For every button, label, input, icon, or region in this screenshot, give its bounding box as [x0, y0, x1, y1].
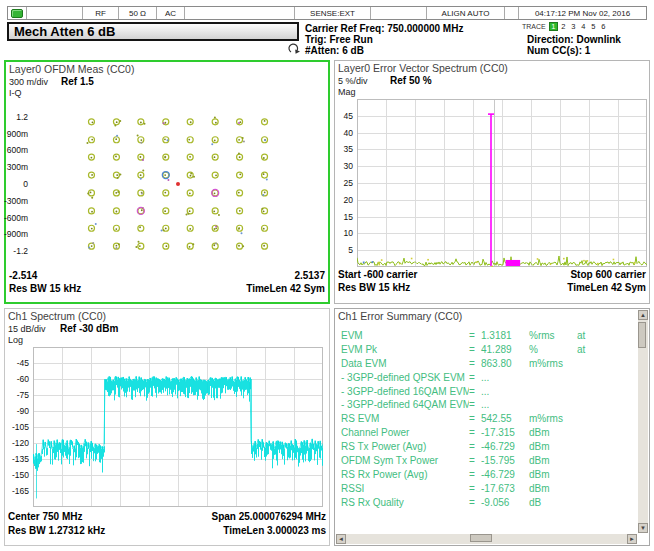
y-tick-label: -90 [17, 406, 29, 416]
equals-sign: = [469, 329, 481, 343]
y-tick-label: 20 [344, 195, 353, 205]
coupling-label: AC [156, 7, 184, 19]
vertical-scrollbar[interactable]: ▲ ▼ [638, 310, 648, 533]
equals-sign: = [469, 371, 481, 385]
panel-error-summary[interactable]: Ch1 Error Summary (CC0) EVM = 1.3181 %rm… [334, 308, 650, 546]
metric-unit: dBm [527, 440, 573, 454]
metric-extra [573, 468, 636, 482]
y-tick-label: -900m [4, 229, 28, 239]
metric-value: -17.315 [481, 426, 527, 440]
center-freq-label: Center 750 MHz [8, 511, 82, 522]
trace-number-button[interactable]: 6 [599, 22, 608, 31]
panel-error-vector-spectrum[interactable]: Layer0 Error Vector Spectrum (CC0) 5 %/d… [334, 60, 650, 304]
trace-selector: TRACE 123456 [522, 22, 609, 31]
y-tick-label: -45 [17, 358, 29, 368]
y-tick-label: -1.2 [13, 246, 28, 256]
panel-ch1-spectrum[interactable]: Ch1 Spectrum (CC0) 15 dB/div Ref -30 dBm… [4, 308, 330, 546]
y-tick-label: -165 [12, 486, 29, 496]
metric-name: OFDM Sym Tx Power [337, 454, 469, 468]
scroll-left-button[interactable]: ◄ [336, 534, 346, 544]
trace-number-button[interactable]: 4 [579, 22, 588, 31]
status-spacer [370, 7, 426, 19]
metric-name: EVM Pk [337, 343, 469, 357]
trace-number-button[interactable]: 5 [589, 22, 598, 31]
equals-sign: = [469, 385, 481, 399]
y-tick-label: 10 [344, 228, 353, 238]
scrollbar-thumb[interactable] [638, 322, 646, 348]
summary-row: RS Tx Power (Avg) = -46.729 dBm [337, 440, 636, 454]
scrollbar-track[interactable] [638, 320, 648, 523]
panel-title: Layer0 OFDM Meas (CC0) [9, 63, 134, 75]
stop-carrier-label: Stop 600 carrier [570, 269, 646, 280]
metric-extra [573, 440, 636, 454]
status-indicator-icon [11, 9, 23, 18]
y-tick-label: -105 [12, 422, 29, 432]
equals-sign: = [469, 398, 481, 412]
evm-spectrum-plot[interactable] [357, 99, 647, 267]
metric-extra: at [573, 329, 636, 343]
y-tick-label: 1.2 [16, 112, 28, 122]
trace-number-button[interactable]: 3 [569, 22, 578, 31]
metric-unit: dBm [527, 482, 573, 496]
scale-per-div-label: 300 m/div [9, 77, 61, 87]
summary-row: EVM = 1.3181 %rms at [337, 329, 636, 343]
summary-row: RS Rx Power (Avg) = -46.729 dBm [337, 468, 636, 482]
scrollbar-thumb[interactable] [470, 534, 492, 542]
summary-row: RS EVM = 542.55 m%rms [337, 412, 636, 426]
metric-unit: dBm [527, 426, 573, 440]
metric-unit: dB [527, 496, 573, 510]
y-tick-label: -150 [12, 470, 29, 480]
metric-unit: m%rms [527, 412, 573, 426]
axis-type-label: Mag [338, 87, 356, 97]
ref-level-label: Ref 1.5 [61, 76, 94, 87]
metric-name: Channel Power [337, 426, 469, 440]
scroll-down-button[interactable]: ▼ [638, 523, 648, 533]
y-axis-ticks: -45-60-75-90-105-120-135-150-165 [5, 358, 31, 496]
scrollbar-track[interactable] [346, 534, 627, 544]
metric-value: -46.729 [481, 440, 527, 454]
metric-extra [573, 426, 636, 440]
spectrum-plot[interactable] [33, 347, 323, 507]
constellation-plot[interactable] [32, 100, 324, 268]
summary-row: - 3GPP-defined 16QAM EVM = ... [337, 385, 636, 399]
metric-unit [527, 398, 573, 412]
message-box: Mech Atten 6 dB [7, 22, 299, 41]
scale-per-div-label: 15 dB/div [8, 324, 60, 334]
equals-sign: = [469, 426, 481, 440]
y-tick-label: 45 [344, 111, 353, 121]
num-cc-label: Num CC(s): 1 [527, 45, 590, 56]
trigger-status-label: Trig: Free Run [305, 34, 373, 45]
metric-unit: dBm [527, 454, 573, 468]
metric-unit: m%rms [527, 357, 573, 371]
y-tick-label: 15 [344, 212, 353, 222]
metric-name: Data EVM [337, 357, 469, 371]
y-tick-label: -75 [17, 390, 29, 400]
res-bw-label: Res BW 1.27312 kHz [8, 525, 105, 536]
metric-extra [573, 398, 636, 412]
trace-number-button[interactable]: 1 [549, 22, 558, 31]
metric-value: -15.795 [481, 454, 527, 468]
metric-name: RS Rx Power (Avg) [337, 468, 469, 482]
metric-extra [573, 496, 636, 510]
analyzer-screen: RF 50 Ω AC SENSE:EXT ALIGN AUTO 04:17:12… [0, 0, 654, 551]
panel-ofdm-meas[interactable]: Layer0 OFDM Meas (CC0) 300 m/div Ref 1.5… [4, 60, 330, 304]
ref-level-label: Ref -30 dBm [60, 323, 118, 334]
metric-value: ... [481, 398, 527, 412]
metric-value: 863.80 [481, 357, 527, 371]
scroll-up-button[interactable]: ▲ [638, 310, 648, 320]
panel-title: Ch1 Error Summary (CC0) [338, 310, 462, 322]
horizontal-scrollbar[interactable]: ◄ ► [336, 534, 637, 544]
axis-type-label: I-Q [9, 88, 22, 98]
scroll-right-button[interactable]: ► [627, 534, 637, 544]
equals-sign: = [469, 412, 481, 426]
y-axis-ticks: 1.2900m600m300m0-300m-600m-900m-1.2 [7, 112, 30, 256]
metric-extra [573, 385, 636, 399]
y-tick-label: 35 [344, 144, 353, 154]
y-tick-label: 900m [7, 129, 28, 139]
trace-number-button[interactable]: 2 [559, 22, 568, 31]
metric-unit: %rms [527, 329, 573, 343]
metric-extra: at [573, 343, 636, 357]
direction-label: Direction: Downlink [527, 34, 621, 45]
metric-unit: % [527, 343, 573, 357]
equals-sign: = [469, 482, 481, 496]
